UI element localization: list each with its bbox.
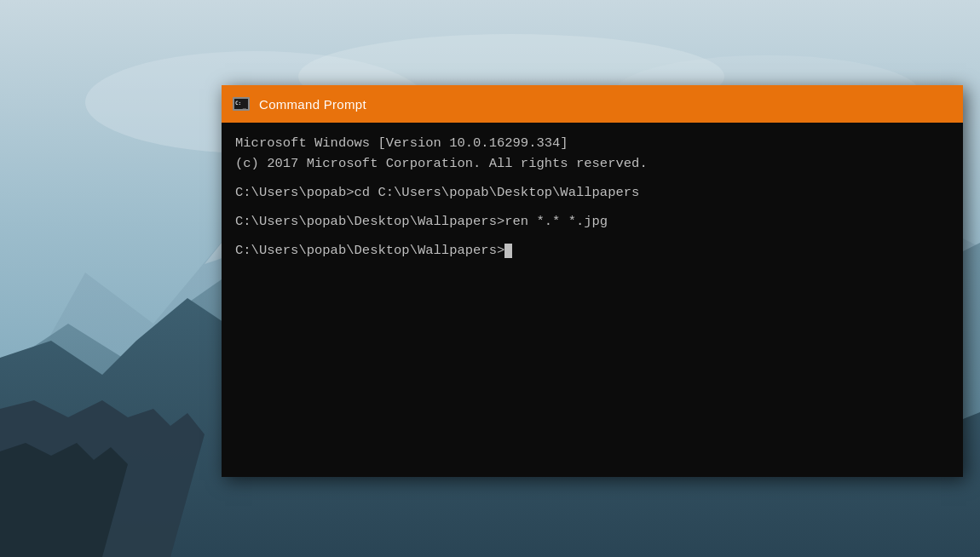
- cmd-titlebar[interactable]: Command Prompt: [222, 85, 963, 123]
- cmd-line-1: Microsoft Windows [Version 10.0.16299.33…: [235, 133, 949, 153]
- cmd-window: Command Prompt Microsoft Windows [Versio…: [222, 85, 963, 477]
- cmd-spacer-2: [235, 203, 949, 211]
- cmd-cursor: [504, 244, 512, 258]
- cmd-spacer-1: [235, 174, 949, 182]
- cmd-line-3: C:\Users\popab>cd C:\Users\popab\Desktop…: [235, 182, 949, 203]
- cmd-line-5: C:\Users\popab\Desktop\Wallpapers>: [235, 240, 949, 261]
- cmd-window-title: Command Prompt: [259, 97, 366, 112]
- cmd-window-icon: [232, 95, 251, 113]
- cmd-line-4: C:\Users\popab\Desktop\Wallpapers>ren *.…: [235, 211, 949, 232]
- cmd-terminal-body[interactable]: Microsoft Windows [Version 10.0.16299.33…: [222, 123, 963, 477]
- cmd-line-2: (c) 2017 Microsoft Corporation. All righ…: [235, 153, 949, 174]
- cmd-spacer-3: [235, 232, 949, 240]
